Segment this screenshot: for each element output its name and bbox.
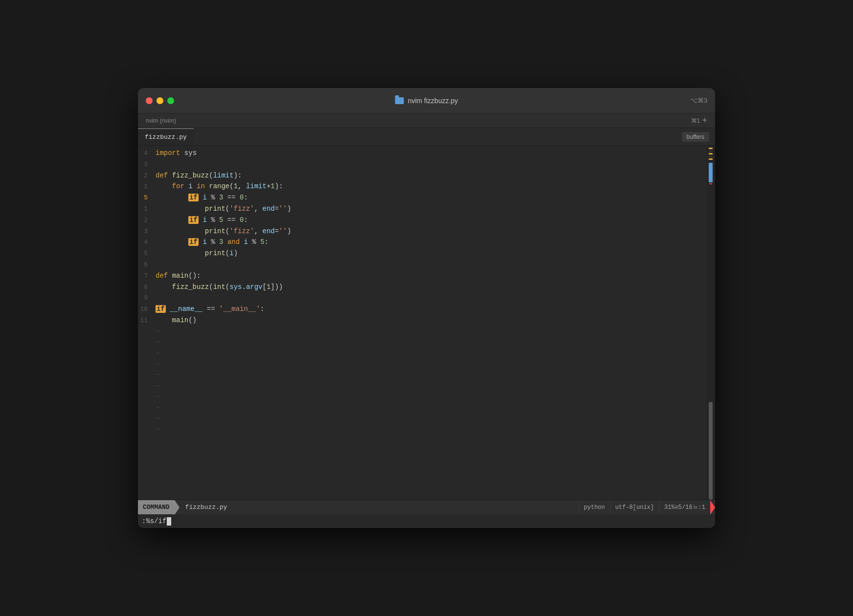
tab-filename: fizzbuzz.py <box>145 133 187 141</box>
status-filename: fizzbuzz.py <box>175 504 235 511</box>
buffers-button[interactable]: buffers <box>682 132 709 142</box>
new-tab-button[interactable]: + <box>702 115 707 126</box>
mode-indicator: COMMAND <box>138 500 175 514</box>
close-button[interactable] <box>146 97 153 104</box>
window-title-group: nvim fizzbuzz.py <box>395 97 458 105</box>
code-line: 9 <box>138 292 706 304</box>
minimap-viewport <box>709 163 713 182</box>
tilde-line: ~ <box>138 392 706 402</box>
tab-shortcut: ⌥⌘3 <box>690 97 707 104</box>
active-tab[interactable]: fizzbuzz.py <box>138 128 194 145</box>
cmdline-text: :%s/if <box>142 517 166 525</box>
minimap-mark <box>709 151 713 152</box>
code-line: 10 if __name__ == '__main__': <box>138 304 706 315</box>
tilde-line: ~ <box>138 348 706 359</box>
tilde-line: ~ <box>138 424 706 435</box>
minimap <box>706 146 715 402</box>
minimap-error <box>709 183 712 184</box>
tilde-line: ~ <box>138 381 706 392</box>
window-title: nvim fizzbuzz.py <box>408 97 458 105</box>
maximize-button[interactable] <box>167 97 174 104</box>
cmd-key: ⌘1 <box>691 117 700 124</box>
minimap-mark <box>709 153 713 154</box>
title-right: ⌥⌘3 <box>690 97 707 104</box>
minimap-mark <box>709 148 713 149</box>
code-editor[interactable]: 4 import sys 3 2 def fizz_buzz(limit): 1… <box>138 146 706 500</box>
scrollbar-area <box>706 146 715 500</box>
code-line: 4 if i % 3 and i % 5: <box>138 237 706 248</box>
status-arrow-icon <box>710 500 715 515</box>
command-line[interactable]: :%s/if <box>138 514 715 528</box>
tilde-line: ~ <box>138 359 706 370</box>
encoding-indicator: utf-8[unix] <box>610 500 659 515</box>
position-indicator: 31%≡5/16㏑:1 <box>659 500 710 515</box>
editor-container: 4 import sys 3 2 def fizz_buzz(limit): 1… <box>138 146 715 500</box>
subtitle-text: nvim (nvim) <box>146 117 176 124</box>
status-right-group: python utf-8[unix] 31%≡5/16㏑:1 <box>579 500 715 515</box>
code-line: 6 <box>138 259 706 270</box>
code-line: 5 if i % 3 == 0: <box>138 192 706 203</box>
code-line: 11 main() <box>138 315 706 326</box>
tilde-line: ~ <box>138 414 706 424</box>
filetype-indicator: python <box>579 500 610 515</box>
mode-label: COMMAND <box>143 504 170 511</box>
scrollbar-thumb[interactable] <box>709 402 713 500</box>
tab-bar: fizzbuzz.py buffers <box>138 128 715 146</box>
code-line: 2 def fizz_buzz(limit): <box>138 170 706 181</box>
code-line: 5 print(i) <box>138 248 706 259</box>
code-line: 2 if i % 5 == 0: <box>138 215 706 226</box>
traffic-lights <box>146 97 174 104</box>
folder-icon <box>395 97 404 104</box>
code-line: 3 <box>138 159 706 170</box>
minimap-mark <box>709 158 713 160</box>
code-line: 8 fizz_buzz(int(sys.argv[1])) <box>138 282 706 293</box>
tilde-line: ~ <box>138 337 706 348</box>
tilde-line: ~ <box>138 326 706 337</box>
subtitle-right: ⌘1 + <box>691 115 707 126</box>
code-line: 7 def main(): <box>138 270 706 282</box>
titlebar: nvim fizzbuzz.py ⌥⌘3 <box>138 88 715 113</box>
tilde-line: ~ <box>138 402 706 413</box>
subtitle-bar: nvim (nvim) ⌘1 + <box>138 113 715 128</box>
minimap-mark <box>709 156 713 157</box>
minimize-button[interactable] <box>157 97 163 104</box>
cursor <box>167 517 171 526</box>
tilde-line: ~ <box>138 370 706 380</box>
main-window: nvim fizzbuzz.py ⌥⌘3 nvim (nvim) ⌘1 + fi… <box>138 88 715 528</box>
code-line: 3 print('fizz', end='') <box>138 226 706 237</box>
statusbar: COMMAND fizzbuzz.py python utf-8[unix] 3… <box>138 500 715 514</box>
code-line: 1 for i in range(1, limit+1): <box>138 181 706 192</box>
code-line: 1 print('fizz', end='') <box>138 203 706 215</box>
code-line: 4 import sys <box>138 148 706 159</box>
